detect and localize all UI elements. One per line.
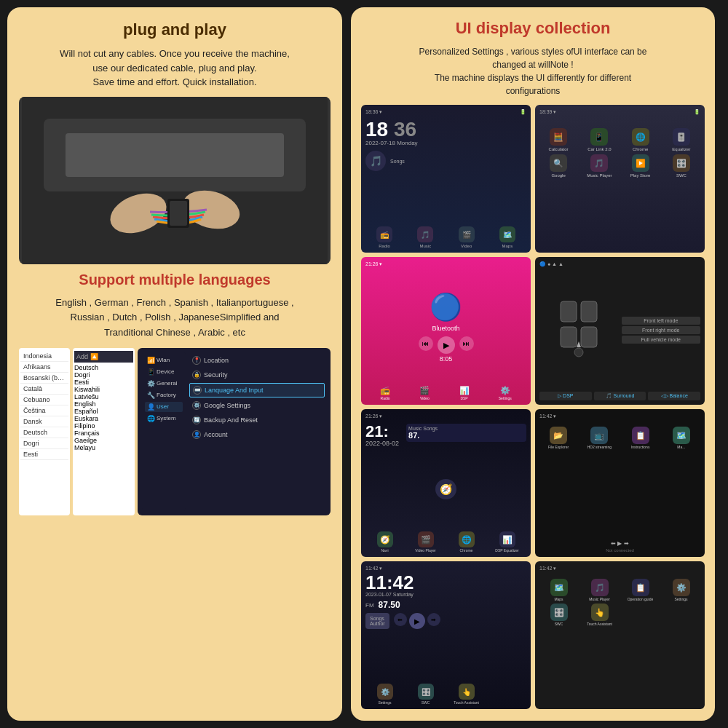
sc5-navi[interactable]: 🧭 Navi: [365, 531, 404, 553]
settings-device[interactable]: 📱 Device: [145, 367, 183, 377]
sc8-music-label: Music Player: [589, 597, 610, 601]
svg-rect-7: [561, 301, 577, 322]
sc3-dsp[interactable]: 📊 DSP: [459, 386, 470, 400]
lang-item[interactable]: Filipino: [74, 422, 133, 430]
plug-desc: Will not cut any cables. Once you receiv…: [19, 47, 331, 90]
sc1-app-music[interactable]: 🎵 Music: [406, 226, 444, 248]
svg-rect-9: [561, 327, 577, 347]
svg-marker-12: [577, 341, 581, 347]
sc7-app-settings[interactable]: ⚙️ Settings: [365, 684, 404, 705]
menu-backup[interactable]: 🔄 Backup And Reset: [189, 414, 325, 427]
chrome-icon2: 🌐: [459, 531, 475, 547]
sc7-app-swc[interactable]: 🎛️ SWC: [406, 684, 445, 705]
sc8-guide-icon: 📋: [632, 579, 649, 596]
menu-location[interactable]: 📍 Location: [189, 354, 325, 367]
screenshot-6: 11:42 ▾ 📂 File Explorer 📺 HD2 streaming …: [535, 409, 705, 557]
prev-icon[interactable]: ⏮: [419, 336, 433, 351]
sc1-app-radio[interactable]: 📻 Radio: [365, 226, 403, 248]
lang-item[interactable]: Français: [74, 430, 133, 437]
sc3-radio[interactable]: 📻 Radio: [380, 386, 390, 400]
lang-item[interactable]: Čeština: [20, 405, 68, 416]
sc6-fileexplorer[interactable]: 📂 File Explorer: [539, 427, 577, 449]
sc6-maps[interactable]: 🗺️ Ma...: [662, 427, 700, 449]
menu-security[interactable]: 🔒 Security: [189, 368, 325, 381]
lang-item[interactable]: Eesti: [20, 449, 68, 460]
sc2-app-music[interactable]: 🎵 Music Player: [580, 154, 618, 178]
sc6-instructions[interactable]: 📋 Instructions: [622, 427, 660, 449]
sc5-chrome[interactable]: 🌐 Chrome: [447, 531, 486, 553]
sc6-apps: 📂 File Explorer 📺 HD2 streaming 📋 Instru…: [539, 427, 700, 449]
settings-factory[interactable]: 🔧 Factory: [145, 390, 183, 400]
surround-button[interactable]: 🎵 Surround: [594, 392, 646, 400]
sc8-app-touch[interactable]: 👆 Touch Assistant: [580, 604, 619, 626]
sc2-app-carlink[interactable]: 📱 Car Link 2.0: [580, 128, 618, 151]
sc2-app-calc[interactable]: 🧮 Calculator: [539, 128, 577, 151]
sc2-app-chrome[interactable]: 🌐 Chrome: [622, 128, 660, 151]
lang-item[interactable]: Dogri: [20, 438, 68, 449]
front-left-mode[interactable]: Front left mode: [622, 317, 701, 325]
sc3-settings[interactable]: ⚙️ Settings: [499, 386, 512, 400]
bluetooth-icon: 🔵: [419, 292, 474, 323]
lang-list-1: Indonesia Afrikaans Bosanski (b… Català …: [19, 348, 70, 515]
lang-item[interactable]: Kiswahili: [74, 386, 133, 393]
sc2-app-play[interactable]: ▶️ Play Store: [622, 154, 660, 178]
sc4-options: Front left mode Front right mode Full ve…: [622, 271, 701, 389]
lang-item[interactable]: Español: [74, 408, 133, 415]
sc2-app-swc[interactable]: 🎛️ SWC: [662, 154, 700, 178]
lang-item[interactable]: Melayu: [74, 444, 133, 451]
sc8-app-settings[interactable]: ⚙️ Settings: [662, 579, 700, 601]
lang-item[interactable]: Gaeilge: [74, 437, 133, 444]
lang-item[interactable]: Deutsch: [74, 364, 133, 371]
music-label: Music: [420, 244, 432, 248]
nav-icon[interactable]: 🧭: [435, 479, 456, 499]
sc1-app-maps[interactable]: 🗺️ Maps: [488, 226, 526, 248]
sc6-hd2[interactable]: 📺 HD2 streaming: [580, 427, 618, 449]
full-vehicle-mode[interactable]: Full vehicle mode: [622, 336, 701, 344]
sc5-video[interactable]: 🎬 Video Player: [406, 531, 445, 553]
sc8-app-guide[interactable]: 📋 Operation guide: [621, 579, 660, 601]
lang-item[interactable]: Eesti: [74, 379, 133, 386]
lang-item[interactable]: Bosanski (b…: [20, 373, 68, 384]
sc5-dsp[interactable]: 📊 DSP Equalizer: [488, 531, 526, 553]
menu-account[interactable]: 👤 Account: [189, 428, 325, 441]
lang-item[interactable]: Deutsch: [20, 427, 68, 438]
lang-item[interactable]: English: [74, 400, 133, 408]
balance-button[interactable]: ◁▷ Balance: [648, 392, 700, 400]
sc1-app-video[interactable]: 🎬 Video: [448, 226, 486, 248]
lang-item[interactable]: Dogri: [74, 371, 133, 379]
sc5-date: 2022-08-02: [365, 440, 399, 447]
sc2-app-eq[interactable]: 🎚️ Equalizer: [662, 128, 700, 151]
next-icon[interactable]: ⏭: [459, 336, 474, 351]
sc7-play[interactable]: ▶: [409, 613, 425, 629]
lang-item[interactable]: Dansk: [20, 416, 68, 427]
sc7-songs: SongsAuthor: [365, 613, 389, 629]
sc3-video[interactable]: 🎬 Video: [419, 386, 430, 400]
lang-item[interactable]: Euskara: [74, 415, 133, 422]
sc8-app-maps[interactable]: 🗺️ Maps: [539, 579, 578, 601]
lang-item[interactable]: Afrikaans: [20, 362, 68, 373]
sc7-next[interactable]: ➡: [427, 613, 440, 626]
menu-location-label: Location: [204, 357, 229, 364]
dsp-button[interactable]: ▷ DSP: [539, 392, 592, 400]
lang-item[interactable]: Latviešu: [74, 393, 133, 400]
menu-google[interactable]: ⚙️ Google Settings: [189, 399, 325, 412]
play-icon[interactable]: ▶: [438, 336, 455, 354]
settings-system[interactable]: 🌐 System: [145, 414, 183, 424]
settings-general[interactable]: ⚙️ General: [145, 379, 183, 389]
front-right-mode[interactable]: Front right mode: [622, 326, 701, 334]
sc7-app-touch[interactable]: 👆 Touch Assistant: [447, 684, 486, 705]
lang-item[interactable]: Cebuano: [20, 395, 68, 405]
screenshot-1: 18:36 ▾🔋 18 36 2022-07-18 Monday 🎵 Songs…: [361, 105, 531, 253]
sc2-app-google[interactable]: 🔍 Google: [539, 154, 577, 178]
swc-label: SWC: [676, 173, 687, 178]
equalizer-icon: 🎚️: [673, 128, 690, 146]
lang-item[interactable]: Indonesia: [20, 351, 68, 362]
sc8-app-swc[interactable]: 🎛️ SWC: [539, 604, 578, 626]
main-container: plug and play Will not cut any cables. O…: [7, 7, 721, 721]
menu-language[interactable]: ⌨️ Lanquage And Input: [189, 383, 325, 397]
lang-item[interactable]: Català: [20, 384, 68, 395]
settings-user[interactable]: 👤 User: [145, 402, 183, 412]
settings-wlan[interactable]: 📶 Wlan: [145, 355, 183, 365]
sc7-prev[interactable]: ⬅: [394, 613, 407, 626]
sc8-app-music[interactable]: 🎵 Music Player: [580, 579, 619, 601]
